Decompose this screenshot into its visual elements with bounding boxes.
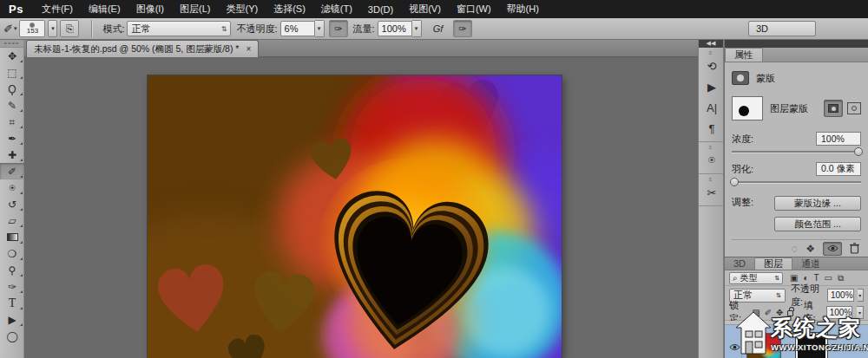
history-brush-tool[interactable]: ↺ — [0, 196, 24, 212]
mode-label: 模式: — [102, 23, 124, 36]
document-title: 未标题-1-恢复的.psd @ 50% (椭圆 5, 图层蒙版/8) * — [34, 43, 239, 55]
menu-edit[interactable]: 编辑(E) — [81, 3, 128, 16]
mask-label: 蒙版 — [756, 72, 775, 85]
search-icon: ⌕ — [733, 273, 738, 283]
pressure-opacity-toggle[interactable]: ✑ — [329, 20, 348, 37]
tab-layers[interactable]: 图层 — [754, 257, 792, 270]
menu-3d[interactable]: 3D(D) — [360, 4, 401, 15]
combo-arrows-icon: ⇅ — [776, 292, 781, 299]
actions-panel-button[interactable]: ▶ — [699, 76, 725, 97]
eraser-tool[interactable]: ▱ — [0, 212, 24, 229]
blur-tool[interactable]: ❍ — [0, 245, 24, 262]
history-panel-button[interactable]: ⟲ — [699, 55, 725, 76]
feather-control: 羽化: 0.0 像素 — [732, 162, 861, 184]
filter-smart-objects-icon[interactable]: ⧉ — [838, 273, 844, 283]
filter-shape-layers-icon[interactable]: ▭ — [825, 273, 832, 283]
load-selection-icon[interactable]: ◌ — [792, 243, 798, 255]
add-vector-mask-button[interactable] — [847, 102, 861, 114]
brush-preset-dropdown[interactable]: ▾ — [48, 20, 57, 37]
density-slider-knob[interactable] — [854, 147, 863, 156]
brush-tool[interactable]: ✐ — [0, 163, 24, 179]
flow-dropdown[interactable]: ▾ — [412, 20, 422, 37]
tool-presets-panel-button[interactable]: ✂ — [699, 182, 725, 203]
feather-slider-knob[interactable] — [730, 178, 739, 186]
type-tool[interactable]: T — [0, 295, 24, 311]
watermark-house-icon — [734, 310, 773, 355]
menu-view[interactable]: 视图(V) — [401, 3, 449, 16]
layer-mask-thumbnail[interactable] — [732, 96, 763, 120]
layers-opacity-dropdown[interactable]: ▾ — [858, 289, 864, 302]
menu-image[interactable]: 图像(I) — [128, 3, 172, 16]
divider — [91, 20, 92, 37]
flow-input[interactable]: 100% — [378, 21, 412, 36]
gradient-tool[interactable] — [0, 229, 24, 245]
mask-edge-button[interactable]: 蒙版边缘 ... — [774, 196, 861, 211]
layers-tab-bar: 3D 图层 通道 — [725, 257, 868, 270]
collapsed-panel-dock: ◀◀ ≡ ⟲ ▶ A| ¶ ≡ ⍟ ≡ ✂ — [698, 40, 724, 358]
move-tool[interactable]: ✥ — [0, 48, 24, 64]
feather-input[interactable]: 0.0 像素 — [816, 162, 861, 176]
tools-panel: ==== ✥ ⬚ Ϙ ✎ ⌗ ✒ ✚ ✐ ⍟ ↺ ▱ ❍ ⚲ ✑ T ▶ ◯ — [0, 40, 24, 358]
canvas-artwork — [148, 75, 562, 358]
menu-help[interactable]: 帮助(H) — [499, 3, 547, 16]
color-range-button[interactable]: 颜色范围 ... — [774, 217, 861, 231]
crop-tool[interactable]: ⌗ — [0, 114, 24, 130]
feather-slider[interactable] — [732, 181, 861, 184]
workspace-switcher-3d[interactable]: 3D — [748, 21, 816, 36]
disable-mask-button[interactable] — [823, 242, 842, 256]
tab-3d[interactable]: 3D — [725, 257, 754, 270]
shape-tool[interactable]: ◯ — [0, 328, 24, 344]
apply-mask-icon[interactable]: ❖ — [806, 243, 815, 255]
healing-brush-tool[interactable]: ✚ — [0, 146, 24, 163]
density-slider[interactable] — [732, 151, 861, 153]
canvas[interactable] — [148, 75, 562, 358]
opacity-dropdown[interactable]: ▾ — [315, 20, 325, 37]
watermark-title: 系统之家 — [771, 314, 868, 342]
pen-tool[interactable]: ✑ — [0, 278, 24, 295]
menu-layer[interactable]: 图层(L) — [172, 3, 218, 16]
options-bar: ✐ ▾ 153 ▾ ⎘ 模式: 正常 ⇅ 不透明度: 6% ▾ ✑ 流量: 10… — [0, 18, 868, 40]
brush-preset-picker[interactable]: 153 — [19, 20, 45, 37]
opacity-input[interactable]: 6% — [280, 21, 315, 36]
paragraph-panel-button[interactable]: ¶ — [699, 118, 725, 139]
watermark-url: WWW.XITONGZHIJIA.NET — [771, 342, 868, 352]
opacity-label: 不透明度: — [236, 23, 277, 36]
menu-select[interactable]: 选择(S) — [266, 3, 313, 16]
adjust-label: 调整: — [732, 196, 753, 231]
current-tool-icon[interactable]: ✐ ▾ — [3, 23, 16, 36]
toggle-brush-panel-button[interactable]: ⎘ — [60, 20, 79, 37]
tab-channels[interactable]: 通道 — [792, 257, 829, 270]
clone-stamp-tool[interactable]: ⍟ — [0, 179, 24, 196]
marquee-tool[interactable]: ⬚ — [0, 64, 24, 81]
close-tab-icon[interactable]: × — [246, 44, 251, 54]
select-pixel-mask-button[interactable] — [824, 100, 843, 117]
tab-properties[interactable]: 属性 — [725, 48, 763, 62]
delete-mask-icon[interactable] — [850, 243, 859, 254]
airbrush-toggle[interactable]: Gf — [429, 20, 448, 37]
combo-arrows-icon: ⇅ — [774, 275, 779, 282]
path-selection-tool[interactable]: ▶ — [0, 311, 24, 328]
menu-filter[interactable]: 滤镜(T) — [313, 3, 360, 16]
pressure-size-toggle[interactable]: ✑ — [453, 20, 472, 37]
layer-filter-select[interactable]: ⌕ 类型 ⇅ — [729, 272, 783, 284]
quick-selection-tool[interactable]: ✎ — [0, 97, 24, 114]
properties-tab-bar: 属性 — [725, 48, 868, 62]
layers-opacity-input[interactable]: 100% — [827, 289, 854, 302]
eyedropper-tool[interactable]: ✒ — [0, 130, 24, 146]
menu-file[interactable]: 文件(F) — [34, 3, 81, 16]
blend-mode-select[interactable]: 正常 ⇅ — [127, 21, 231, 36]
character-panel-button[interactable]: A| — [699, 97, 725, 118]
properties-footer: ◌ ❖ — [732, 239, 861, 257]
density-input[interactable]: 100% — [816, 132, 861, 146]
eye-icon — [827, 244, 838, 252]
mask-icon — [732, 71, 749, 85]
dodge-tool[interactable]: ⚲ — [0, 262, 24, 278]
clone-source-panel-button[interactable]: ⍟ — [699, 150, 725, 171]
document-tab[interactable]: 未标题-1-恢复的.psd @ 50% (椭圆 5, 图层蒙版/8) * × — [26, 40, 259, 57]
expand-panels-icon[interactable]: ◀◀ — [699, 40, 723, 48]
lasso-tool[interactable]: Ϙ — [0, 81, 24, 97]
menu-type[interactable]: 类型(Y) — [218, 3, 266, 16]
toolbar-grip[interactable]: ==== — [0, 40, 23, 48]
document-area: 未标题-1-恢复的.psd @ 50% (椭圆 5, 图层蒙版/8) * × — [24, 40, 698, 358]
menu-window[interactable]: 窗口(W) — [449, 3, 499, 16]
